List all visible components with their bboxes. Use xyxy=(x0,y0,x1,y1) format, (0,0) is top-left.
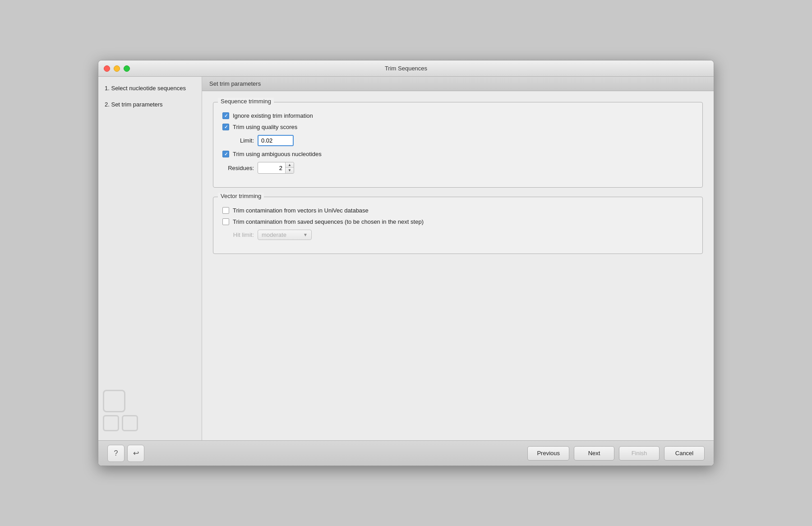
trim-ambiguous-row: Trim using ambiguous nucleotides xyxy=(222,151,693,157)
help-button[interactable]: ? xyxy=(107,445,125,462)
vector-trimming-group: Vector trimming Trim contamination from … xyxy=(213,197,703,254)
panel-body: Sequence trimming Ignore existing trim i… xyxy=(202,91,714,440)
limit-input[interactable] xyxy=(258,135,294,146)
hit-limit-value: moderate xyxy=(262,231,300,238)
sidebar-step-2: 2. Set trim parameters xyxy=(105,100,195,109)
titlebar: Trim Sequences xyxy=(98,60,714,77)
residues-spinner: ▲ ▼ xyxy=(285,162,294,173)
ignore-existing-row: Ignore existing trim information xyxy=(222,112,693,119)
hit-limit-select[interactable]: moderate ▼ xyxy=(258,230,312,240)
sequence-trimming-title: Sequence trimming xyxy=(218,98,274,105)
univec-checkbox[interactable] xyxy=(222,207,229,214)
residues-up-button[interactable]: ▲ xyxy=(286,162,294,168)
saved-sequences-checkbox[interactable] xyxy=(222,218,229,225)
hit-limit-label: Hit limit: xyxy=(222,231,254,238)
saved-sequences-row: Trim contamination from saved sequences … xyxy=(222,218,693,225)
trim-quality-label: Trim using quality scores xyxy=(233,124,297,130)
bottom-bar: ? ↩ Previous Next Finish Cancel xyxy=(98,440,714,466)
maximize-button[interactable] xyxy=(124,65,130,72)
residues-input[interactable] xyxy=(258,162,285,173)
window-title: Trim Sequences xyxy=(385,65,427,72)
saved-sequences-label: Trim contamination from saved sequences … xyxy=(233,218,424,225)
back-icon: ↩ xyxy=(133,449,139,457)
trim-ambiguous-label: Trim using ambiguous nucleotides xyxy=(233,151,322,157)
chevron-down-icon: ▼ xyxy=(303,232,308,237)
ignore-existing-label: Ignore existing trim information xyxy=(233,112,313,119)
trim-quality-checkbox[interactable] xyxy=(222,124,229,130)
help-icon: ? xyxy=(114,449,118,457)
residues-row: Residues: ▲ ▼ xyxy=(222,162,693,174)
sidebar-icon-small-2 xyxy=(122,415,138,431)
sidebar-icon-small-1 xyxy=(103,415,119,431)
cancel-button[interactable]: Cancel xyxy=(664,446,705,461)
vector-trimming-title: Vector trimming xyxy=(218,193,264,199)
sidebar-icon-large xyxy=(103,390,125,412)
hit-limit-row: Hit limit: moderate ▼ xyxy=(222,230,693,240)
sidebar-step-1: 1. Select nucleotide sequences xyxy=(105,84,195,93)
previous-button[interactable]: Previous xyxy=(527,446,569,461)
limit-row: Limit: xyxy=(222,135,693,146)
sequence-trimming-group: Sequence trimming Ignore existing trim i… xyxy=(213,102,703,188)
right-panel: Set trim parameters Sequence trimming Ig… xyxy=(202,77,714,440)
sidebar-decorative-icons xyxy=(103,390,138,431)
sidebar: 1. Select nucleotide sequences 2. Set tr… xyxy=(98,77,202,440)
bottom-left-buttons: ? ↩ xyxy=(107,445,144,462)
residues-input-wrapper: ▲ ▼ xyxy=(258,162,294,174)
univec-label: Trim contamination from vectors in UniVe… xyxy=(233,207,369,214)
main-window: Trim Sequences 1. Select nucleotide sequ… xyxy=(98,60,714,466)
panel-header: Set trim parameters xyxy=(202,77,714,91)
next-button[interactable]: Next xyxy=(574,446,614,461)
window-controls xyxy=(104,65,130,72)
close-button[interactable] xyxy=(104,65,110,72)
minimize-button[interactable] xyxy=(114,65,120,72)
back-button[interactable]: ↩ xyxy=(127,445,144,462)
limit-label: Limit: xyxy=(222,137,254,144)
univec-row: Trim contamination from vectors in UniVe… xyxy=(222,207,693,214)
finish-button[interactable]: Finish xyxy=(619,446,660,461)
trim-quality-row: Trim using quality scores xyxy=(222,124,693,130)
residues-down-button[interactable]: ▼ xyxy=(286,168,294,173)
trim-ambiguous-checkbox[interactable] xyxy=(222,151,229,157)
vector-trimming-content: Trim contamination from vectors in UniVe… xyxy=(222,207,693,240)
residues-label: Residues: xyxy=(222,165,254,171)
main-content: 1. Select nucleotide sequences 2. Set tr… xyxy=(98,77,714,440)
ignore-existing-checkbox[interactable] xyxy=(222,112,229,119)
sequence-trimming-content: Ignore existing trim information Trim us… xyxy=(222,112,693,174)
